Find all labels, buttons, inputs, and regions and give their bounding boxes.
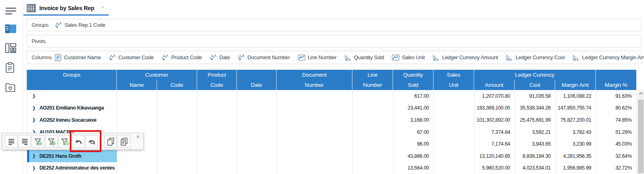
cell-amount: 5,980,520.00 [474, 162, 515, 174]
header-product-code[interactable]: ProductCode [197, 70, 237, 90]
columns-chip[interactable]: Product Code [161, 54, 202, 61]
header-customer[interactable]: Customer [117, 70, 197, 80]
copy-button[interactable] [104, 135, 117, 148]
cell-value: 32.64% [615, 153, 632, 159]
columns-chip[interactable]: Sales Unit [392, 54, 425, 61]
cell-empty [157, 126, 197, 138]
cell-empty [117, 102, 157, 114]
table-row[interactable]: ❯DE251 Hans Groth43,866.0013,120,140.658… [27, 150, 636, 162]
cell-margin_pct: 32.64% [596, 150, 637, 162]
header-ledger-currency[interactable]: Ledger Currency [474, 70, 596, 80]
columns-chip[interactable]: Document Number [238, 54, 290, 61]
chip-label: Customer Name [64, 54, 101, 60]
columns-chip[interactable]: Quantity Sold [344, 54, 384, 61]
dimension-chart-icon [55, 21, 62, 29]
columns-chip[interactable]: Customer Code [109, 54, 154, 61]
chevron-right-icon[interactable]: ❯ [32, 94, 36, 98]
cell-value: 13,120,140.65 [479, 153, 510, 159]
cell-amount: 183,389,100.00 [474, 102, 515, 114]
cell-value: 35,538,344.26 [520, 105, 551, 111]
remove-filter-button[interactable] [58, 135, 71, 148]
group-cell[interactable]: ❯DE252 Administrateur des ventes [27, 162, 117, 174]
tab-invoice-by-sales-rep[interactable]: Invoice by Sales Rep [27, 3, 94, 13]
search-filter-button[interactable] [45, 135, 58, 148]
indent-button[interactable] [18, 135, 31, 148]
header-document-number[interactable]: DocumentNumber [277, 70, 352, 90]
chevron-right-icon[interactable]: ❯ [32, 166, 36, 170]
group-cell[interactable]: ❯ [27, 90, 117, 102]
group-label: DE252 Administrateur des ventes [39, 165, 115, 171]
table-row[interactable]: ❯AO252 Ireneu Sucacuexe3,168.00101,302,8… [27, 114, 636, 126]
header-ledger-amount[interactable]: Amount [474, 80, 515, 90]
tab-title: Invoice by Sales Rep [39, 5, 94, 11]
cell-empty [157, 90, 197, 102]
clipboard-icon[interactable] [5, 62, 17, 73]
group-cell[interactable]: ❯AO252 Ireneu Sucacuexe [27, 114, 117, 126]
cell-empty [197, 162, 237, 174]
header-margin-pct[interactable]: Margin % [596, 70, 636, 90]
cell-value: 91,035.58 [529, 93, 551, 99]
tab-close-icon[interactable]: × [101, 4, 104, 10]
cell-value: 7,374.64 [492, 129, 510, 135]
table-row[interactable]: ❯DE252 Administrateur des ventes13,564.0… [27, 162, 636, 174]
dashboard-icon[interactable] [5, 42, 17, 54]
scroll-up-icon[interactable] [638, 90, 644, 97]
add-filter-button[interactable] [32, 135, 44, 148]
cell-empty [117, 150, 157, 162]
chip-label: Ledger Currency Amount [442, 54, 498, 60]
header-line-number[interactable]: LineNumber [352, 70, 393, 90]
cell-empty [197, 90, 237, 102]
vertical-scrollbar[interactable] [638, 90, 644, 174]
chip-label: Product Code [171, 54, 202, 60]
header-sales-unit[interactable]: SalesUnit [434, 70, 474, 90]
cell-empty [157, 138, 197, 150]
remove-filter-icon [61, 137, 69, 146]
outdent-button[interactable] [5, 135, 17, 148]
grid-view-icon[interactable] [5, 23, 17, 34]
table-row[interactable]: ❯AO251 Emiliano Kikavuanga23,441.00183,3… [27, 102, 636, 114]
copy-icon [107, 137, 115, 146]
favorites-folder-icon[interactable] [5, 82, 17, 93]
columns-chip[interactable]: Ledger Currency Amount [432, 54, 498, 61]
cell-empty [434, 126, 474, 138]
header-quantity-sold[interactable]: QuantitySold [393, 70, 434, 90]
table-row[interactable]: ❯617.001,207,070.8091,035.581,106,088.22… [27, 90, 636, 102]
cell-value: 67.00 [417, 129, 429, 135]
chevron-right-icon[interactable]: ❯ [32, 154, 36, 158]
group-cell[interactable]: ❯AO251 Emiliano Kikavuanga [27, 102, 117, 114]
groups-chip[interactable]: Sales Rep 1 Code [55, 21, 105, 29]
chevron-right-icon[interactable]: ❯ [32, 106, 36, 110]
toolbar-close-icon[interactable]: ✕ [136, 134, 140, 140]
active-tab-indicator [24, 14, 109, 16]
cell-value: 45.03% [615, 141, 632, 147]
header-date[interactable]: Date [237, 70, 277, 90]
chip-label: Line Number [308, 54, 337, 60]
cell-value: 101,302,892.00 [477, 117, 510, 123]
phocas-grid-screen: Invoice by Sales Rep × Groups Sales Rep … [0, 0, 644, 174]
columns-chip[interactable]: Ledger Currency Margin Amt [572, 54, 644, 61]
pivots-bar-label: Pivots [27, 38, 49, 44]
measure-triangle-icon [344, 54, 352, 61]
columns-chip[interactable]: Ledger Currency Cost [506, 54, 565, 61]
cell-empty [117, 90, 157, 102]
cell-value: 43,866.00 [408, 153, 429, 159]
chevron-right-icon[interactable]: ❯ [32, 118, 36, 122]
columns-chip[interactable]: Customer Name [55, 54, 101, 61]
header-ledger-margin-amt[interactable]: Margin Amt [555, 80, 596, 90]
columns-chip[interactable]: Date [210, 54, 230, 61]
header-customer-code[interactable]: Code [157, 80, 197, 90]
cell-margin_amt: 147,850,755.74 [556, 102, 596, 114]
measure-triangle-icon [432, 54, 440, 61]
chip-label: Quantity Sold [354, 54, 384, 60]
cell-empty [197, 126, 237, 138]
header-groups[interactable]: Groups [27, 70, 117, 90]
columns-chip[interactable]: Line Number [298, 54, 337, 61]
copy-list-button[interactable] [118, 135, 130, 148]
cell-value: 7,174.64 [492, 141, 510, 147]
header-ledger-cost[interactable]: Cost [515, 80, 555, 90]
menu-icon[interactable] [5, 5, 17, 17]
scrollbar-thumb[interactable] [638, 100, 644, 173]
cell-qty: 43,866.00 [393, 150, 434, 162]
header-customer-name[interactable]: Name [117, 80, 157, 90]
cell-margin_amt: 1,106,088.22 [556, 90, 596, 102]
